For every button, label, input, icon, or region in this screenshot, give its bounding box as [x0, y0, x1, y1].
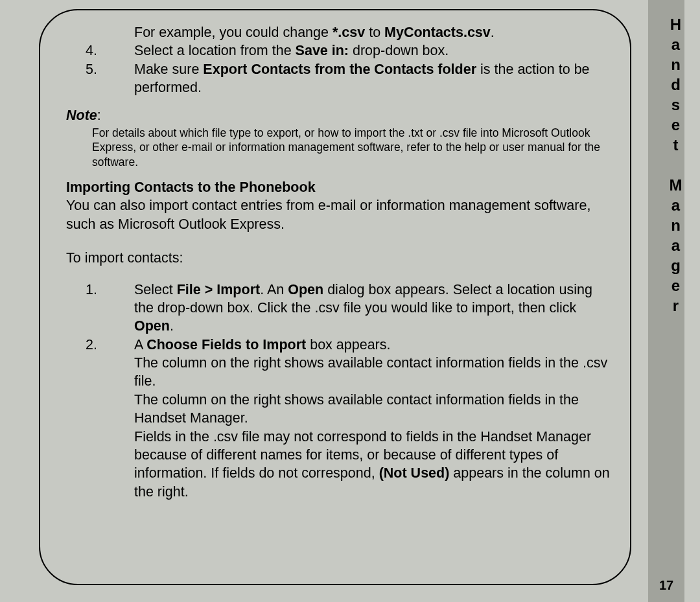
section-title: Importing Contacts to the Phonebook	[66, 178, 611, 196]
bold: MyContacts.csv	[384, 25, 491, 40]
note-label: Note:	[66, 106, 611, 124]
list-number-blank	[66, 23, 134, 41]
bold: (Not Used)	[379, 465, 450, 481]
list-text: Select File > Import. An Open dialog box…	[134, 281, 611, 336]
line: Fields in the .csv file may not correspo…	[134, 428, 611, 502]
bold: File > Import	[177, 282, 260, 297]
bold: Save in:	[296, 43, 349, 58]
list-text: Make sure Export Contacts from the Conta…	[134, 60, 611, 97]
t: A	[134, 337, 146, 353]
bold: Export Contacts from the Contacts folder	[203, 62, 476, 77]
section-intro: You can also import contact entries from…	[66, 196, 611, 233]
side-tab-title: Handset Manager	[648, 16, 684, 317]
bold: Open	[134, 318, 170, 334]
list-number: 4.	[66, 41, 134, 60]
note-body: For details about which file type to exp…	[66, 126, 611, 169]
list-item: 4. Select a location from the Save in: d…	[66, 41, 611, 60]
bold: *.csv	[332, 25, 365, 40]
manual-page: Handset Manager 17 For example, you coul…	[0, 0, 700, 602]
t: Select	[134, 282, 177, 297]
export-steps-continued: For example, you could change *.csv to M…	[66, 23, 611, 97]
text-post: drop-down box.	[349, 43, 449, 58]
list-item: For example, you could change *.csv to M…	[66, 23, 611, 41]
line: The column on the right shows available …	[134, 391, 611, 428]
list-item: 2. A Choose Fields to Import box appears…	[66, 336, 611, 501]
side-tab: Handset Manager 17	[648, 0, 684, 602]
list-text: Select a location from the Save in: drop…	[134, 41, 611, 60]
content-body: For example, you could change *.csv to M…	[66, 23, 611, 501]
text-post: .	[491, 25, 495, 40]
content-frame: For example, you could change *.csv to M…	[39, 9, 631, 585]
list-item: 1. Select File > Import. An Open dialog …	[66, 281, 611, 336]
line: The column on the right shows available …	[134, 354, 611, 391]
import-steps: 1. Select File > Import. An Open dialog …	[66, 281, 611, 502]
text-pre: Make sure	[134, 62, 203, 77]
page-number: 17	[648, 578, 684, 593]
section-lead: To import contacts:	[66, 249, 611, 267]
t: . An	[260, 282, 288, 297]
line: A Choose Fields to Import box appears.	[134, 336, 611, 354]
text-pre: For example, you could change	[134, 25, 332, 40]
list-number: 1.	[66, 281, 134, 336]
bold: Open	[288, 282, 323, 297]
list-number: 2.	[66, 336, 134, 501]
note-colon: :	[97, 108, 101, 123]
t: .	[170, 318, 174, 334]
list-number: 5.	[66, 60, 134, 97]
list-text: A Choose Fields to Import box appears. T…	[134, 336, 611, 501]
text-pre: Select a location from the	[134, 43, 296, 58]
list-text: For example, you could change *.csv to M…	[134, 23, 611, 41]
list-item: 5. Make sure Export Contacts from the Co…	[66, 60, 611, 97]
text-mid: to	[365, 25, 384, 40]
note-word: Note	[66, 108, 97, 123]
t: box appears.	[306, 337, 390, 353]
bold: Choose Fields to Import	[146, 337, 306, 353]
